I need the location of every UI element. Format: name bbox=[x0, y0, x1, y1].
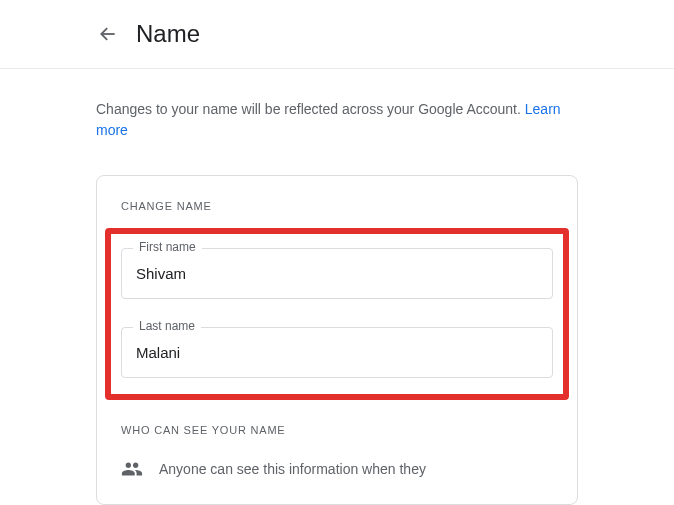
visibility-heading: WHO CAN SEE YOUR NAME bbox=[121, 424, 553, 436]
last-name-label: Last name bbox=[133, 319, 201, 333]
first-name-label: First name bbox=[133, 240, 202, 254]
page-title: Name bbox=[136, 20, 200, 48]
description-text: Changes to your name will be reflected a… bbox=[96, 99, 578, 141]
back-arrow-icon[interactable] bbox=[96, 22, 120, 46]
content-area: Changes to your name will be reflected a… bbox=[0, 69, 578, 505]
first-name-field: First name bbox=[121, 248, 553, 299]
highlight-box: First name Last name bbox=[105, 228, 569, 400]
name-card: CHANGE NAME First name Last name WHO CAN… bbox=[96, 175, 578, 505]
last-name-field: Last name bbox=[121, 327, 553, 378]
first-name-input[interactable] bbox=[121, 248, 553, 299]
page-header: Name bbox=[0, 0, 674, 69]
description-body: Changes to your name will be reflected a… bbox=[96, 101, 525, 117]
visibility-text: Anyone can see this information when the… bbox=[159, 461, 426, 477]
visibility-row: Anyone can see this information when the… bbox=[121, 458, 553, 480]
last-name-input[interactable] bbox=[121, 327, 553, 378]
change-name-heading: CHANGE NAME bbox=[121, 200, 553, 212]
people-icon bbox=[121, 458, 143, 480]
